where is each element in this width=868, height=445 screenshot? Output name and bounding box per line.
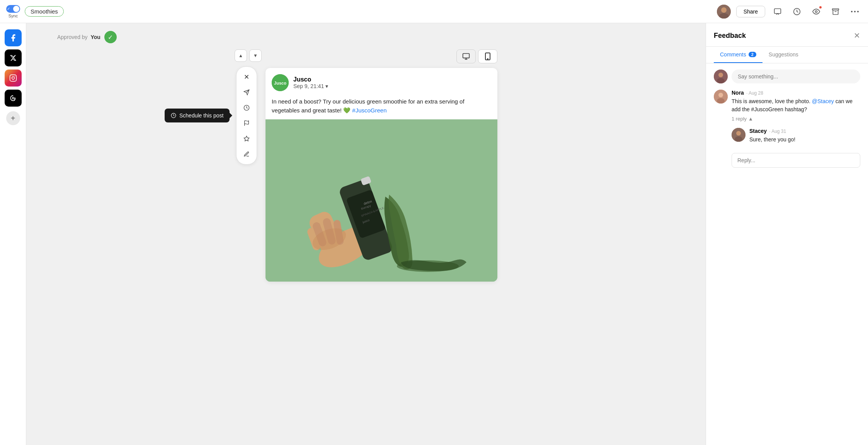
svg-point-47 xyxy=(718,93,723,97)
feedback-title: Feedback xyxy=(714,32,746,46)
stacey-comment-date: · Aug 31 xyxy=(769,129,786,134)
toolbar-pen-button[interactable] xyxy=(240,147,254,161)
mobile-view-button[interactable] xyxy=(478,49,497,63)
toggle-switch[interactable]: ✓ xyxy=(6,5,20,13)
nav-up-button[interactable]: ▲ xyxy=(235,49,247,62)
toolbar-send-button[interactable] xyxy=(240,85,254,99)
approved-by: You xyxy=(90,34,100,40)
brand-pill[interactable]: Smoothies xyxy=(25,6,64,17)
nora-comment-content: Nora · Aug 28 This is awesome, love the … xyxy=(732,90,860,122)
svg-point-51 xyxy=(735,136,742,142)
stacey-author-row: Stacey · Aug 31 xyxy=(749,128,860,134)
post-card: Jusco Jusco Sep 9, 21:41 ▾ In need o xyxy=(266,68,497,282)
post-brand-avatar: Jusco xyxy=(272,74,289,91)
post-hashtag: #JuscoGreen xyxy=(352,107,386,114)
sidebar-item-add[interactable]: + xyxy=(6,111,20,125)
svg-point-13 xyxy=(14,76,15,77)
svg-point-44 xyxy=(718,73,723,77)
svg-point-12 xyxy=(12,77,14,80)
desktop-view-button[interactable] xyxy=(456,49,476,63)
toggle-check-icon: ✓ xyxy=(7,7,10,11)
user-avatar xyxy=(717,5,731,19)
current-user-avatar xyxy=(714,70,728,83)
feedback-close-button[interactable]: ✕ xyxy=(854,31,860,46)
svg-point-24 xyxy=(487,59,488,59)
comment-nora: Nora · Aug 28 This is awesome, love the … xyxy=(714,90,860,122)
reply-toggle-nora[interactable]: 1 reply ▲ xyxy=(732,116,860,122)
stacey-author-name: Stacey xyxy=(749,128,767,134)
feedback-header: Feedback ✕ xyxy=(706,23,868,47)
sync-toggle[interactable]: ✓ Sync xyxy=(6,5,20,18)
nora-avatar xyxy=(714,90,728,104)
tab-suggestions[interactable]: Suggestions xyxy=(762,47,805,63)
sidebar-item-instagram[interactable] xyxy=(5,70,22,87)
nora-comment-date: · Aug 28 xyxy=(746,90,763,96)
post-date: Sep 9, 21:41 ▾ xyxy=(293,83,328,89)
svg-point-50 xyxy=(736,131,741,136)
schedule-tooltip: Schedule this post xyxy=(165,109,230,122)
nora-author-row: Nora · Aug 28 xyxy=(732,90,860,96)
svg-rect-6 xyxy=(832,8,839,10)
nora-author-name: Nora xyxy=(732,90,744,96)
svg-rect-27 xyxy=(266,119,497,282)
feedback-body: Nora · Aug 28 This is awesome, love the … xyxy=(706,63,868,445)
feedback-panel: Feedback ✕ Comments 2 Suggestions xyxy=(706,23,868,445)
svg-point-8 xyxy=(851,11,853,12)
archive-icon-btn[interactable] xyxy=(829,5,842,19)
approved-text: Approved by You xyxy=(57,34,100,40)
more-icon-btn[interactable] xyxy=(848,5,862,19)
stacey-mention[interactable]: @Stacey xyxy=(812,98,834,104)
svg-text:Jusco: Jusco xyxy=(274,81,286,85)
comment-stacey: Stacey · Aug 31 Sure, there you go! xyxy=(732,128,860,144)
history-icon-btn[interactable] xyxy=(790,5,804,19)
svg-rect-11 xyxy=(10,75,16,82)
toolbar-close-button[interactable]: ✕ xyxy=(240,70,254,84)
sidebar-item-x[interactable] xyxy=(5,49,22,66)
stacey-comment-text: Sure, there you go! xyxy=(749,136,860,144)
approved-check-icon: ✓ xyxy=(104,31,117,43)
svg-point-9 xyxy=(854,11,856,12)
sidebar-item-threads[interactable] xyxy=(5,90,22,107)
chat-icon-btn[interactable] xyxy=(771,5,785,19)
view-icon-btn[interactable] xyxy=(809,5,823,19)
sidebar-item-facebook[interactable] xyxy=(5,29,22,46)
comment-input-row xyxy=(714,70,860,83)
sync-label: Sync xyxy=(9,14,18,18)
comment-input-field[interactable] xyxy=(732,70,860,83)
stacey-avatar xyxy=(732,128,745,142)
topbar-left: ✓ Sync Smoothies xyxy=(6,5,64,18)
post-author-name: Jusco xyxy=(293,76,328,83)
notification-badge xyxy=(819,5,822,9)
stacey-comment-content: Stacey · Aug 31 Sure, there you go! xyxy=(749,128,860,144)
svg-rect-20 xyxy=(463,54,470,58)
sidebar: + xyxy=(0,23,26,445)
svg-point-48 xyxy=(717,98,725,104)
nora-comment-text: This is awesome, love the photo. @Stacey… xyxy=(732,97,860,114)
toggle-knob xyxy=(13,6,19,12)
comment-row-nora: Nora · Aug 28 This is awesome, love the … xyxy=(714,90,860,122)
svg-marker-18 xyxy=(244,136,249,141)
toolbar-label-button[interactable] xyxy=(240,132,254,146)
toolbar-pill: ✕ xyxy=(236,66,257,165)
svg-point-5 xyxy=(815,10,817,12)
toolbar-flag-button[interactable] xyxy=(240,116,254,130)
post-body: In need of a boost? Try our delicious gr… xyxy=(266,94,497,119)
svg-point-45 xyxy=(717,78,725,83)
feedback-tabs: Comments 2 Suggestions xyxy=(706,47,868,63)
post-image: detox therapy SPINACH & APPLE jusco xyxy=(266,119,497,282)
svg-rect-3 xyxy=(774,8,781,14)
main-area: + Approved by You ✓ ▲ ▼ ✕ xyxy=(0,23,868,445)
nav-down-button[interactable]: ▼ xyxy=(249,49,262,62)
comments-badge: 2 xyxy=(749,52,756,57)
share-button[interactable]: Share xyxy=(736,6,765,17)
approved-bar: Approved by You ✓ xyxy=(57,31,117,43)
comment-row-stacey: Stacey · Aug 31 Sure, there you go! xyxy=(732,128,860,144)
toolbar-schedule-button[interactable] xyxy=(240,101,254,115)
svg-point-1 xyxy=(721,7,727,13)
reply-input-field[interactable] xyxy=(732,153,860,168)
reply-input-wrapper xyxy=(732,150,860,168)
content-area: Approved by You ✓ ▲ ▼ ✕ xyxy=(26,23,706,445)
tab-comments[interactable]: Comments 2 xyxy=(714,47,762,63)
topbar-right: Share xyxy=(717,5,862,19)
topbar: ✓ Sync Smoothies Share xyxy=(0,0,868,23)
